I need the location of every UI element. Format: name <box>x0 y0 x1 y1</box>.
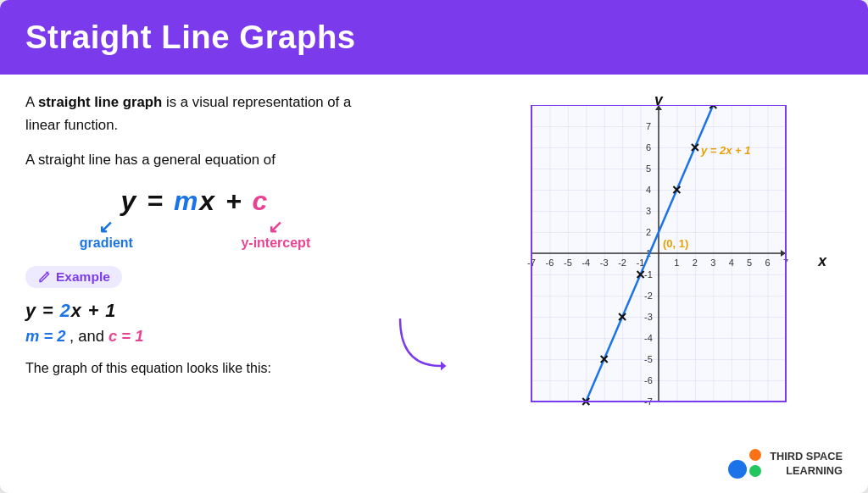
svg-text:(0, 1): (0, 1) <box>663 237 688 250</box>
bottom-text: The graph of this equation looks like th… <box>25 361 364 376</box>
svg-text:7: 7 <box>646 121 651 131</box>
intercept-label: y-intercept <box>241 235 310 251</box>
gradient-annotation: ↙ gradient <box>80 219 133 252</box>
intercept-arrow: ↙ <box>268 219 283 236</box>
circle-blue <box>728 460 747 479</box>
svg-text:6: 6 <box>765 258 771 268</box>
right-panel: y x <box>475 91 843 430</box>
svg-text:-1: -1 <box>644 269 653 280</box>
svg-text:-4: -4 <box>644 333 653 343</box>
pencil-icon <box>37 270 51 284</box>
svg-text:6: 6 <box>646 142 651 152</box>
svg-text:-5: -5 <box>564 258 572 268</box>
svg-text:-3: -3 <box>600 258 609 268</box>
graph-x-label: x <box>818 252 826 270</box>
svg-text:5: 5 <box>747 258 752 268</box>
example-badge-label: Example <box>56 269 110 285</box>
svg-text:5: 5 <box>646 163 651 174</box>
example-content: y = 2x + 1 m = 2 , and c = 1 <box>25 300 364 346</box>
tsl-circles <box>728 449 761 479</box>
example-badge: Example <box>25 266 122 288</box>
svg-text:-6: -6 <box>546 258 554 268</box>
example-m: m = 2 <box>25 327 66 345</box>
svg-text:-5: -5 <box>644 354 653 364</box>
tsl-logo: THIRD SPACE LEARNING <box>728 449 843 479</box>
svg-text:-2: -2 <box>618 258 626 268</box>
gradient-arrow: ↙ <box>98 219 114 236</box>
svg-text:3: 3 <box>710 258 715 268</box>
svg-text:-6: -6 <box>644 375 653 385</box>
card: Straight Line Graphs A straight line gra… <box>0 0 868 493</box>
svg-text:2: 2 <box>693 258 698 268</box>
svg-text:4: 4 <box>646 185 651 195</box>
brand-line1: THIRD SPACE <box>770 450 843 464</box>
svg-text:1: 1 <box>674 258 679 268</box>
circle-orange <box>749 449 761 461</box>
svg-text:-3: -3 <box>644 312 653 322</box>
svg-text:4: 4 <box>729 258 734 268</box>
gradient-label: gradient <box>80 235 133 251</box>
svg-text:-4: -4 <box>581 258 590 268</box>
example-and: , and c = 1 <box>70 327 143 345</box>
graph-container: y x <box>506 91 811 430</box>
bold-term: straight line graph <box>38 94 162 110</box>
curved-arrow-icon <box>390 312 458 379</box>
svg-text:y = 2x + 1: y = 2x + 1 <box>700 144 751 157</box>
svg-text:2: 2 <box>646 227 651 237</box>
arrow-section <box>381 91 458 430</box>
intercept-annotation: ↙ y-intercept <box>241 219 310 252</box>
circle-green <box>749 465 761 477</box>
annotations: ↙ gradient ↙ y-intercept <box>25 219 364 252</box>
description-2: A straight line has a general equation o… <box>25 149 364 172</box>
main-content: A straight line graph is a visual repres… <box>0 75 868 444</box>
page-title: Straight Line Graphs <box>25 19 843 56</box>
left-panel: A straight line graph is a visual repres… <box>25 91 364 430</box>
svg-text:3: 3 <box>646 206 651 216</box>
example-equation: y = 2x + 1 <box>25 300 364 322</box>
header: Straight Line Graphs <box>0 0 868 75</box>
equation-block: y = mx + c ↙ gradient ↙ y-intercept <box>25 186 364 252</box>
svg-text:-2: -2 <box>644 291 653 301</box>
description-1: A straight line graph is a visual repres… <box>25 91 364 137</box>
main-equation: y = mx + c <box>121 186 270 217</box>
graph-svg: -7 -6 -5 -4 -3 -2 -1 1 2 3 4 5 6 7 <box>515 105 803 418</box>
brand-text: THIRD SPACE LEARNING <box>770 450 843 478</box>
example-m-line: m = 2 , and c = 1 <box>25 327 364 346</box>
footer: THIRD SPACE LEARNING <box>0 444 868 487</box>
brand-line2: LEARNING <box>770 464 843 479</box>
svg-marker-0 <box>441 361 446 370</box>
